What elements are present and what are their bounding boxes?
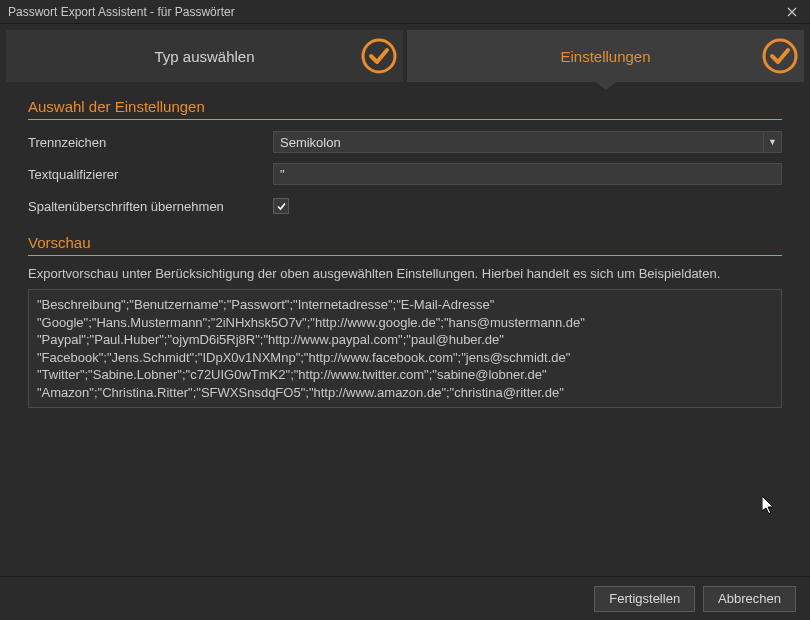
headers-label: Spaltenüberschriften übernehmen [28, 199, 273, 214]
wizard-tabs: Typ auswählen Einstellungen [0, 24, 810, 82]
qualifier-row: Textqualifizierer [28, 162, 782, 186]
close-button[interactable] [782, 2, 802, 22]
svg-point-0 [363, 40, 395, 72]
tab-settings[interactable]: Einstellungen [407, 30, 804, 82]
settings-section-title: Auswahl der Einstellungen [28, 98, 782, 120]
checkmark-icon [361, 38, 397, 74]
titlebar: Passwort Export Assistent - für Passwört… [0, 0, 810, 24]
close-icon [787, 7, 797, 17]
check-icon [276, 201, 287, 212]
content-area: Auswahl der Einstellungen Trennzeichen S… [0, 82, 810, 468]
tab-label: Einstellungen [560, 48, 650, 65]
mouse-cursor-icon [762, 496, 778, 516]
footer: Fertigstellen Abbrechen [0, 576, 810, 620]
separator-select[interactable]: Semikolon ▼ [273, 131, 782, 153]
preview-section-title: Vorschau [28, 234, 782, 256]
chevron-down-icon: ▼ [763, 132, 781, 152]
separator-value: Semikolon [274, 135, 763, 150]
cancel-button[interactable]: Abbrechen [703, 586, 796, 612]
tab-label: Typ auswählen [154, 48, 254, 65]
finish-button[interactable]: Fertigstellen [594, 586, 695, 612]
preview-description: Exportvorschau unter Berücksichtigung de… [28, 266, 782, 281]
tab-select-type[interactable]: Typ auswählen [6, 30, 403, 82]
separator-label: Trennzeichen [28, 135, 273, 150]
window-title: Passwort Export Assistent - für Passwört… [8, 5, 235, 19]
preview-text: "Beschreibung";"Benutzername";"Passwort"… [28, 289, 782, 408]
headers-checkbox[interactable] [273, 198, 289, 214]
separator-row: Trennzeichen Semikolon ▼ [28, 130, 782, 154]
qualifier-input[interactable] [273, 163, 782, 185]
checkmark-icon [762, 38, 798, 74]
qualifier-label: Textqualifizierer [28, 167, 273, 182]
headers-row: Spaltenüberschriften übernehmen [28, 194, 782, 218]
svg-point-1 [764, 40, 796, 72]
